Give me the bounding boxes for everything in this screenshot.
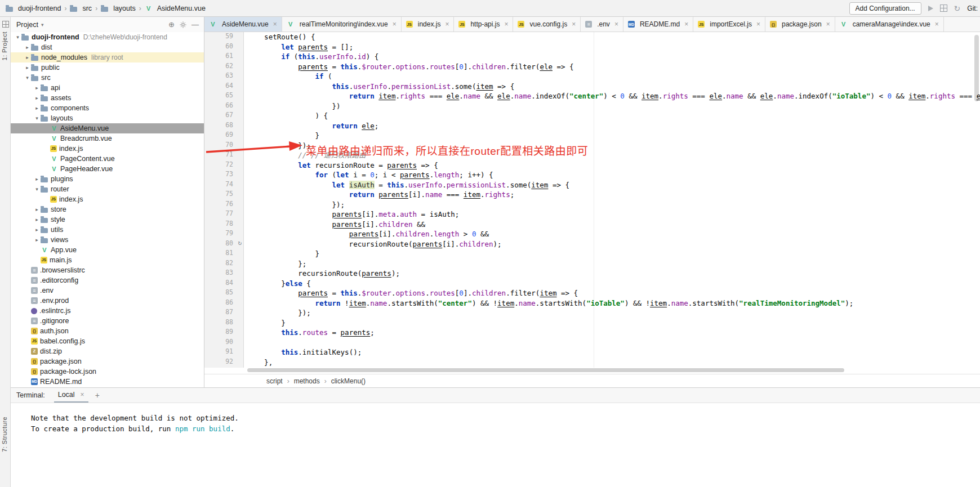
tree-item[interactable]: ▸utils (11, 225, 204, 235)
hide-panel-icon[interactable]: — (191, 20, 199, 29)
tool-window-switcher-icon[interactable] (2, 21, 9, 28)
tree-item[interactable]: ≡.editorconfig (11, 275, 204, 285)
tree-item[interactable]: ▸store (11, 204, 204, 215)
editor-tab[interactable]: ≡.env× (581, 17, 623, 32)
tree-item[interactable]: ▸assets (11, 93, 204, 103)
project-panel-title[interactable]: Project (16, 21, 38, 29)
chevron-down-icon[interactable]: ▾ (41, 22, 44, 28)
editor-tab[interactable]: MDREADME.md× (623, 17, 693, 32)
tree-item[interactable]: ▸style (11, 215, 204, 225)
tree-expand-arrow[interactable]: ▸ (33, 103, 41, 113)
update-project-icon[interactable]: ↻ (954, 5, 961, 12)
tree-item[interactable]: MDREADME.md (11, 377, 204, 387)
nav-breadcrumb-item[interactable]: duoji-frontend (6, 5, 61, 12)
nav-breadcrumb-item[interactable]: src (70, 5, 92, 12)
tab-close-icon[interactable]: × (935, 20, 939, 28)
tree-expand-arrow[interactable]: ▸ (33, 204, 41, 215)
services-grid-icon[interactable] (940, 5, 947, 12)
tree-item[interactable]: Zdist.zip (11, 346, 204, 356)
tab-close-icon[interactable]: × (756, 20, 760, 28)
editor-tab[interactable]: JSimportExcel.js× (693, 17, 765, 32)
code-editor[interactable]: 5960616263646566676869707172737475767778… (204, 32, 980, 368)
locate-file-icon[interactable]: ⊕ (168, 20, 175, 29)
tree-item[interactable]: VAsideMenu.vue (11, 123, 204, 133)
editor-tab[interactable]: JSvue.config.js× (513, 17, 581, 32)
editor-tab[interactable]: VAsideMenu.vue× (204, 17, 282, 32)
structure-tool-window-button[interactable]: 7: Structure (1, 417, 8, 452)
git-label[interactable]: Git: (967, 5, 978, 12)
line-number: 91 (225, 347, 233, 355)
tree-item[interactable]: ▸plugins (11, 174, 204, 184)
tab-close-icon[interactable]: × (445, 20, 449, 28)
tree-item[interactable]: ▸api (11, 83, 204, 93)
editor-vertical-scrollbar[interactable] (974, 35, 979, 101)
tree-item[interactable]: VPageContent.vue (11, 154, 204, 164)
editor-breadcrumb-item[interactable]: script (266, 377, 283, 385)
tab-close-icon[interactable]: × (572, 20, 576, 28)
tab-close-icon[interactable]: × (273, 20, 277, 28)
nav-breadcrumb-item[interactable]: layouts (101, 5, 136, 12)
config-icon: ≡ (31, 297, 38, 304)
tree-item[interactable]: .eslintrc.js (11, 306, 204, 316)
tree-item[interactable]: {}package.json (11, 356, 204, 367)
tree-item[interactable]: ▸components (11, 103, 204, 113)
tree-item[interactable]: ≡.env.prod (11, 296, 204, 306)
editor-breadcrumb-item[interactable]: clickMenu() (331, 377, 366, 385)
tree-item[interactable]: ▾router (11, 184, 204, 194)
editor-tab[interactable]: VcameraManage\index.vue× (835, 17, 944, 32)
run-icon[interactable] (928, 6, 933, 11)
new-terminal-icon[interactable]: + (95, 388, 100, 403)
add-configuration-button[interactable]: Add Configuration... (849, 2, 921, 15)
tree-item[interactable]: ▾layouts (11, 113, 204, 123)
editor-horizontal-scrollbar[interactable] (247, 368, 844, 372)
tab-close-icon[interactable]: × (393, 20, 397, 28)
code-text[interactable]: setRoute() { let parents = []; if (this.… (244, 32, 980, 368)
tab-close-icon[interactable]: × (684, 20, 688, 28)
tree-item[interactable]: VBreadcrumb.vue (11, 133, 204, 144)
terminal-tab-local[interactable]: Local × (54, 388, 88, 403)
tree-expand-arrow[interactable]: ▸ (33, 93, 41, 103)
tree-expand-arrow[interactable]: ▸ (24, 52, 31, 62)
tree-expand-arrow[interactable]: ▸ (33, 174, 41, 184)
tree-collapse-arrow[interactable]: ▾ (33, 113, 41, 123)
terminal-output[interactable]: Note that the development build is not o… (11, 403, 980, 434)
tree-item[interactable]: VApp.vue (11, 245, 204, 255)
tree-collapse-arrow[interactable]: ▾ (14, 32, 21, 42)
tree-item[interactable]: JSmain.js (11, 255, 204, 265)
tree-item[interactable]: ▾src (11, 73, 204, 83)
tree-item[interactable]: ≡.browserslistrc (11, 265, 204, 275)
editor-tab[interactable]: VrealTimeMonitoring\index.vue× (282, 17, 402, 32)
tree-collapse-arrow[interactable]: ▾ (33, 184, 41, 194)
tree-expand-arrow[interactable]: ▸ (24, 62, 31, 73)
tree-item[interactable]: VPageHeader.vue (11, 164, 204, 174)
close-icon[interactable]: × (81, 391, 84, 399)
editor-tab[interactable]: JSindex.js× (402, 17, 455, 32)
tree-item[interactable]: ≡.gitignore (11, 316, 204, 326)
tree-item[interactable]: ▸node_moduleslibrary root (11, 52, 204, 62)
tree-expand-arrow[interactable]: ▸ (33, 83, 41, 93)
editor-tab[interactable]: {}package.json× (765, 17, 835, 32)
tree-item[interactable]: {}auth.json (11, 326, 204, 336)
tree-expand-arrow[interactable]: ▸ (33, 235, 41, 245)
tree-item[interactable]: ▾duoji-frontendD:\zheheWeb\duoji-fronten… (11, 32, 204, 42)
tree-expand-arrow[interactable]: ▸ (33, 215, 41, 225)
tab-close-icon[interactable]: × (614, 20, 618, 28)
tree-item[interactable]: JSindex.js (11, 194, 204, 204)
tab-close-icon[interactable]: × (504, 20, 508, 28)
tree-item[interactable]: {}package-lock.json (11, 367, 204, 377)
tree-item[interactable]: ▸dist (11, 42, 204, 52)
nav-breadcrumb-item[interactable]: VAsideMenu.vue (145, 5, 206, 12)
editor-tab[interactable]: JShttp-api.js× (454, 17, 513, 32)
tree-item[interactable]: JSbabel.config.js (11, 336, 204, 346)
tree-expand-arrow[interactable]: ▸ (24, 42, 31, 52)
tab-close-icon[interactable]: × (826, 20, 830, 28)
editor-breadcrumb-item[interactable]: methods (294, 377, 320, 385)
tree-item[interactable]: JSindex.js (11, 144, 204, 154)
project-tool-window-button[interactable]: 1: Project (1, 32, 8, 60)
tree-item[interactable]: ▸public (11, 62, 204, 73)
gear-icon[interactable] (180, 21, 186, 28)
tree-item[interactable]: ≡.env (11, 285, 204, 296)
tree-expand-arrow[interactable]: ▸ (33, 225, 41, 235)
tree-item[interactable]: ▸views (11, 235, 204, 245)
tree-collapse-arrow[interactable]: ▾ (24, 73, 31, 83)
